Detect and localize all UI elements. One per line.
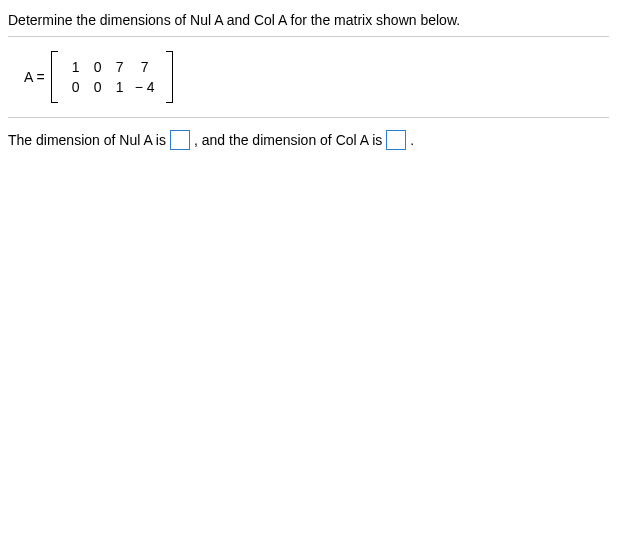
answer-text-3: . [410,132,414,148]
matrix-row-1: 0 0 1 − 4 [69,79,155,95]
col-a-input[interactable] [386,130,406,150]
matrix-cell: 0 [69,79,83,95]
matrix-bracket: 1 0 7 7 0 0 1 − 4 [51,51,173,103]
answer-line: The dimension of Nul A is , and the dime… [8,130,609,150]
matrix-cell: 7 [113,59,127,75]
answer-text-1: The dimension of Nul A is [8,132,166,148]
nul-a-input[interactable] [170,130,190,150]
bracket-left [51,51,58,103]
matrix-row-0: 1 0 7 7 [69,59,155,75]
matrix-content: 1 0 7 7 0 0 1 − 4 [61,55,163,99]
matrix-cell: − 4 [135,79,155,95]
matrix-label: A = [24,69,45,85]
matrix-cell: 0 [91,59,105,75]
bracket-right [166,51,173,103]
matrix-cell: 0 [91,79,105,95]
matrix-equation: A = 1 0 7 7 0 0 1 − 4 [24,51,609,103]
matrix-cell: 1 [69,59,83,75]
matrix-cell: 7 [135,59,155,75]
divider-bottom [8,117,609,118]
answer-text-2: , and the dimension of Col A is [194,132,382,148]
divider-top [8,36,609,37]
matrix-cell: 1 [113,79,127,95]
question-text: Determine the dimensions of Nul A and Co… [8,12,609,28]
